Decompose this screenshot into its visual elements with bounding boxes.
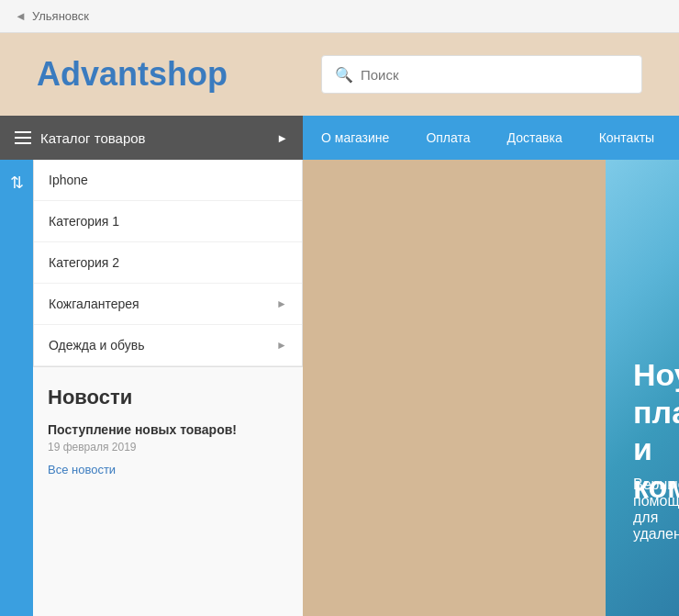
dropdown-item-label: Iphone	[49, 173, 88, 187]
location-icon: ◄	[15, 9, 27, 23]
dropdown-item-label: Категория 1	[49, 214, 119, 229]
dropdown-item-leather[interactable]: Кожгалантерея ►	[34, 284, 302, 325]
news-item-title[interactable]: Поступление новых товаров!	[48, 422, 288, 437]
dropdown-item-clothes[interactable]: Одежда и обувь ►	[34, 325, 302, 366]
dropdown-item-cat2[interactable]: Категория 2	[34, 242, 302, 284]
dropdown-item-label: Кожгалантерея	[49, 297, 139, 311]
main-content: ⇅ Iphone Категория 1 Категория 2 Кожгала…	[0, 160, 679, 616]
hamburger-icon	[15, 131, 31, 144]
nav-link-payment[interactable]: Оплата	[407, 116, 488, 160]
nav-link-delivery[interactable]: Доставка	[489, 116, 581, 160]
search-input[interactable]	[361, 67, 629, 83]
chevron-right-icon: ►	[276, 297, 287, 310]
catalog-label: Каталог товаров	[40, 130, 146, 146]
news-section: Новости Поступление новых товаров! 19 фе…	[33, 367, 303, 476]
dropdown-item-cat1[interactable]: Категория 1	[34, 201, 302, 242]
search-box[interactable]: 🔍	[321, 55, 642, 94]
news-item-date: 19 февраля 2019	[48, 441, 288, 454]
chevron-right-icon: ►	[276, 339, 287, 352]
dropdown-menu: Iphone Категория 1 Категория 2 Кожгалант…	[33, 160, 303, 367]
right-banner: Ноутбуки, планшети компьютеры Верные пом…	[606, 160, 679, 616]
chevron-right-icon: ►	[276, 131, 288, 145]
top-bar: ◄ Ульяновск	[0, 0, 679, 33]
filter-sidebar[interactable]: ⇅	[0, 160, 33, 616]
location-text[interactable]: Ульяновск	[32, 9, 89, 23]
catalog-button[interactable]: Каталог товаров ►	[0, 116, 303, 160]
nav-link-contacts[interactable]: Контакты	[581, 116, 673, 160]
nav-bar: Каталог товаров ► О магазине Оплата Дост…	[0, 116, 679, 160]
header: Advantshop 🔍	[0, 33, 679, 116]
dropdown-item-label: Одежда и обувь	[49, 338, 145, 353]
search-icon: 🔍	[335, 66, 353, 84]
nav-link-about[interactable]: О магазине	[303, 116, 407, 160]
dropdown-item-label: Категория 2	[49, 255, 119, 270]
filter-icon[interactable]: ⇅	[10, 173, 24, 193]
dropdown-item-iphone[interactable]: Iphone	[34, 160, 302, 201]
news-title: Новости	[48, 386, 288, 409]
logo[interactable]: Advantshop	[37, 55, 294, 94]
news-all-link[interactable]: Все новости	[48, 463, 288, 476]
left-panel: Iphone Категория 1 Категория 2 Кожгалант…	[0, 160, 303, 616]
banner-sub-text: Верные помощники для удаленки!	[633, 476, 679, 543]
nav-links: О магазине Оплата Доставка Контакты	[303, 116, 679, 160]
